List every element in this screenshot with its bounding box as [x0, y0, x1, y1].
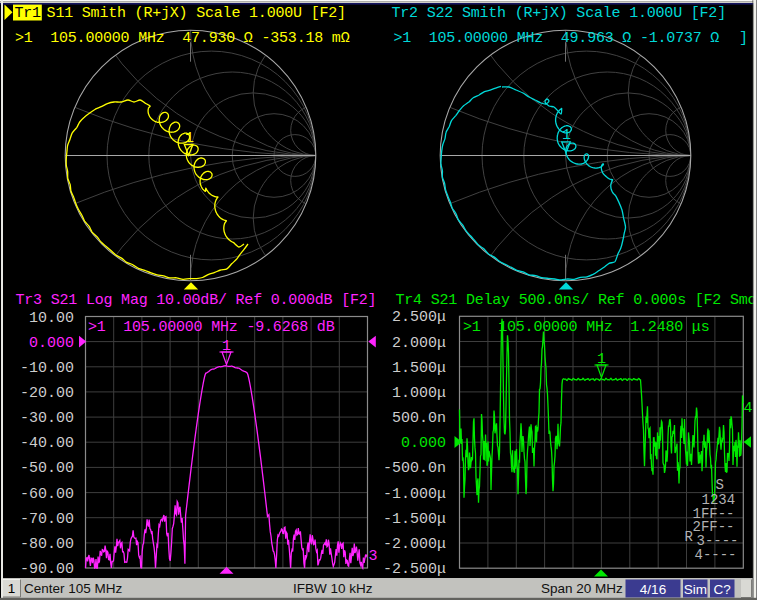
svg-text:-2.500μ: -2.500μ: [383, 561, 446, 578]
svg-text:IFBW 10 kHz: IFBW 10 kHz: [293, 581, 373, 596]
svg-text:1: 1: [597, 351, 606, 368]
svg-text:2.000μ: 2.000μ: [392, 335, 446, 352]
svg-text:Tr2 S22 Smith (R+jX) Scale 1.0: Tr2 S22 Smith (R+jX) Scale 1.000U [F2]: [392, 5, 726, 22]
svg-text:1: 1: [8, 581, 16, 596]
svg-text:S: S: [716, 477, 724, 493]
svg-text:>1 105.00000 MHz 49.963 Ω -1: >1 105.00000 MHz 49.963 Ω -1.0737 Ω: [394, 30, 720, 47]
svg-text:C?: C?: [714, 582, 731, 597]
svg-text:10.00: 10.00: [29, 310, 74, 327]
svg-text:>1 105.00000 MHz 1.2480 μs: >1 105.00000 MHz 1.2480 μs: [463, 319, 709, 336]
svg-text:1: 1: [222, 338, 231, 355]
svg-text:Sim: Sim: [684, 582, 707, 597]
svg-text:500.0n: 500.0n: [392, 410, 446, 427]
svg-text:-1.000μ: -1.000μ: [383, 486, 446, 503]
svg-text:Tr1: Tr1: [15, 5, 42, 22]
svg-text:1.500μ: 1.500μ: [392, 360, 446, 377]
svg-text:-70.00: -70.00: [20, 511, 74, 528]
svg-text:0.000: 0.000: [401, 435, 446, 452]
svg-text:-1.500μ: -1.500μ: [383, 511, 446, 528]
svg-text:-500.0n: -500.0n: [383, 460, 446, 477]
svg-text:>1 105.00000 MHz 47.930 Ω -3: >1 105.00000 MHz 47.930 Ω -353.18 mΩ: [15, 30, 350, 47]
svg-text:-40.00: -40.00: [20, 435, 74, 452]
svg-text:Span 20 MHz: Span 20 MHz: [541, 581, 623, 596]
svg-text:>1 105.00000 MHz -9.6268 dB: >1 105.00000 MHz -9.6268 dB: [88, 319, 335, 336]
svg-text:0.000: 0.000: [29, 335, 74, 352]
svg-text:-90.00: -90.00: [20, 561, 74, 578]
svg-text:Center 105 MHz: Center 105 MHz: [24, 581, 123, 596]
svg-text:-10.00: -10.00: [20, 360, 74, 377]
svg-text:-50.00: -50.00: [20, 460, 74, 477]
svg-text:]: ]: [739, 30, 748, 47]
svg-text:S11 Smith (R+jX) Scale 1.000U: S11 Smith (R+jX) Scale 1.000U [F2]: [47, 5, 346, 22]
svg-text:1.000μ: 1.000μ: [392, 385, 446, 402]
svg-text:-60.00: -60.00: [20, 486, 74, 503]
svg-text:2.500μ: 2.500μ: [392, 309, 446, 326]
svg-text:3: 3: [369, 548, 378, 565]
svg-text:4: 4: [744, 400, 753, 417]
svg-text:R: R: [685, 529, 694, 545]
svg-text:-20.00: -20.00: [20, 385, 74, 402]
svg-text:4/16: 4/16: [640, 582, 666, 597]
svg-text:Tr3 S21 Log Mag 10.00dB/ Ref 0: Tr3 S21 Log Mag 10.00dB/ Ref 0.000dB [F2…: [16, 292, 377, 309]
svg-text:Tr4 S21 Delay 500.0ns/ Ref 0.0: Tr4 S21 Delay 500.0ns/ Ref 0.000s [F2 Sm…: [396, 292, 757, 309]
svg-text:-80.00: -80.00: [20, 536, 74, 553]
svg-text:4----: 4----: [695, 547, 737, 563]
svg-text:-2.000μ: -2.000μ: [383, 536, 446, 553]
svg-text:-30.00: -30.00: [20, 410, 74, 427]
